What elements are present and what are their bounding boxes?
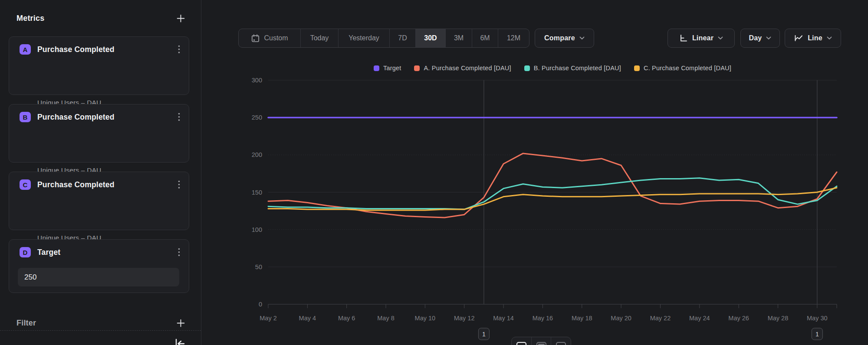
- metrics-sidebar: Metrics A Purchase Completed Unique User…: [0, 0, 201, 345]
- y-axis-label: 0: [259, 301, 262, 308]
- chart-legend: TargetA. Purchase Completed [DAU]B. Purc…: [268, 63, 837, 73]
- x-axis-label: May 14: [493, 315, 514, 322]
- target-value-input[interactable]: 250: [18, 268, 179, 286]
- plus-icon: [176, 14, 185, 23]
- range-6m[interactable]: 6M: [472, 29, 498, 47]
- legend-label: C. Purchase Completed [DAU]: [644, 65, 731, 72]
- add-filter-button[interactable]: [176, 319, 185, 328]
- metric-card-a[interactable]: A Purchase Completed Unique Users – DAU …: [9, 36, 189, 95]
- metric-badge: B: [20, 112, 31, 122]
- x-axis-label: May 12: [454, 315, 475, 322]
- linear-axis-icon: [679, 34, 688, 42]
- annotation-badge-label: 1: [482, 331, 486, 338]
- x-axis-label: May 30: [807, 315, 828, 322]
- y-axis-label: 100: [252, 226, 262, 233]
- x-axis-label: May 18: [572, 315, 592, 322]
- chart-view-icon: [516, 342, 526, 345]
- x-axis-label: May 2: [260, 315, 277, 322]
- metrics-header: Metrics: [16, 12, 185, 25]
- range-3m[interactable]: 3M: [446, 29, 472, 47]
- y-axis-label: 150: [252, 189, 262, 196]
- legend-label: B. Purchase Completed [DAU]: [534, 65, 621, 72]
- y-axis-label: 50: [255, 264, 262, 270]
- legend-swatch-icon: [414, 65, 420, 71]
- details-view-icon: [556, 342, 566, 345]
- y-axis-label: 250: [252, 114, 262, 121]
- chevron-down-icon: [827, 36, 832, 40]
- series-line: [268, 188, 837, 210]
- range-yesterday[interactable]: Yesterday: [339, 29, 390, 47]
- legend-item[interactable]: B. Purchase Completed [DAU]: [524, 65, 621, 72]
- legend-label: Target: [383, 65, 401, 72]
- metric-card-b[interactable]: B Purchase Completed Unique Users – DAU …: [9, 104, 189, 163]
- kebab-menu-icon[interactable]: [178, 45, 180, 54]
- legend-swatch-icon: [524, 65, 530, 71]
- kebab-menu-icon[interactable]: [178, 248, 180, 257]
- series-line: [268, 178, 837, 209]
- legend-swatch-icon: [634, 65, 640, 71]
- legend-swatch-icon: [374, 65, 379, 71]
- collapse-sidebar-button[interactable]: [172, 335, 187, 345]
- legend-item[interactable]: Target: [374, 65, 401, 72]
- chevron-down-icon: [718, 36, 723, 40]
- legend-item[interactable]: C. Purchase Completed [DAU]: [634, 65, 731, 72]
- collapse-left-icon: [173, 335, 186, 345]
- sidebar-divider: [0, 330, 201, 331]
- x-axis-label: May 8: [377, 315, 395, 322]
- interval-dropdown[interactable]: Day: [740, 29, 780, 48]
- metric-title: Purchase Completed: [37, 113, 178, 122]
- metric-badge: D: [20, 247, 31, 257]
- x-axis-label: May 6: [338, 315, 355, 322]
- annotation-badge[interactable]: [478, 328, 489, 340]
- range-custom[interactable]: Custom: [239, 29, 301, 47]
- add-metric-button[interactable]: [176, 14, 185, 23]
- details-view-button[interactable]: [551, 337, 571, 345]
- chevron-down-icon: [766, 36, 771, 40]
- legend-label: A. Purchase Completed [DAU]: [424, 65, 511, 72]
- metric-title: Target: [37, 248, 178, 257]
- calendar-icon: [251, 34, 260, 43]
- kebab-menu-icon[interactable]: [178, 113, 180, 121]
- legend-item[interactable]: A. Purchase Completed [DAU]: [414, 65, 511, 72]
- range-12m[interactable]: 12M: [498, 29, 529, 47]
- range-today[interactable]: Today: [301, 29, 339, 47]
- compare-dropdown[interactable]: Compare: [535, 29, 594, 48]
- x-axis-label: May 4: [299, 315, 316, 322]
- y-axis-label: 200: [252, 151, 262, 158]
- chevron-down-icon: [579, 36, 585, 40]
- metric-card-c[interactable]: C Purchase Completed Unique Users – DAU …: [9, 172, 189, 230]
- metric-title: Purchase Completed: [37, 180, 178, 189]
- filter-header: Filter: [16, 316, 185, 329]
- table-view-button[interactable]: [532, 337, 552, 345]
- range-30d[interactable]: 30D: [416, 29, 446, 47]
- metric-badge: A: [20, 44, 31, 55]
- metric-title: Purchase Completed: [37, 45, 178, 54]
- date-range-control: Custom Today Yesterday 7D 30D 3M 6M 12M: [238, 29, 529, 48]
- metrics-title: Metrics: [16, 14, 44, 23]
- line-chart-icon: [794, 34, 803, 42]
- series-line: [268, 153, 837, 218]
- chart-type-dropdown[interactable]: Line: [785, 29, 841, 48]
- annotation-badge-label: 1: [815, 331, 819, 338]
- table-view-icon: [536, 342, 546, 345]
- chart-view-button[interactable]: [512, 337, 532, 345]
- x-axis-label: May 22: [650, 315, 671, 322]
- x-axis-label: May 26: [728, 315, 749, 322]
- x-axis-label: May 16: [533, 315, 553, 322]
- x-axis-label: May 10: [415, 315, 436, 322]
- plus-icon: [176, 319, 185, 328]
- filter-title: Filter: [16, 319, 36, 328]
- x-axis-label: May 20: [611, 315, 631, 322]
- annotation-badge[interactable]: [812, 328, 822, 340]
- y-axis-label: 300: [252, 77, 262, 84]
- target-card[interactable]: D Target 250: [9, 239, 189, 293]
- x-axis-label: May 28: [768, 315, 789, 322]
- analytics-app: Metrics A Purchase Completed Unique User…: [0, 0, 868, 345]
- kebab-menu-icon[interactable]: [178, 180, 180, 189]
- metric-badge: C: [20, 179, 31, 190]
- chart-view-toolbar: [511, 337, 571, 345]
- scale-dropdown[interactable]: Linear: [667, 29, 735, 48]
- x-axis-label: May 24: [689, 315, 710, 322]
- range-7d[interactable]: 7D: [390, 29, 416, 47]
